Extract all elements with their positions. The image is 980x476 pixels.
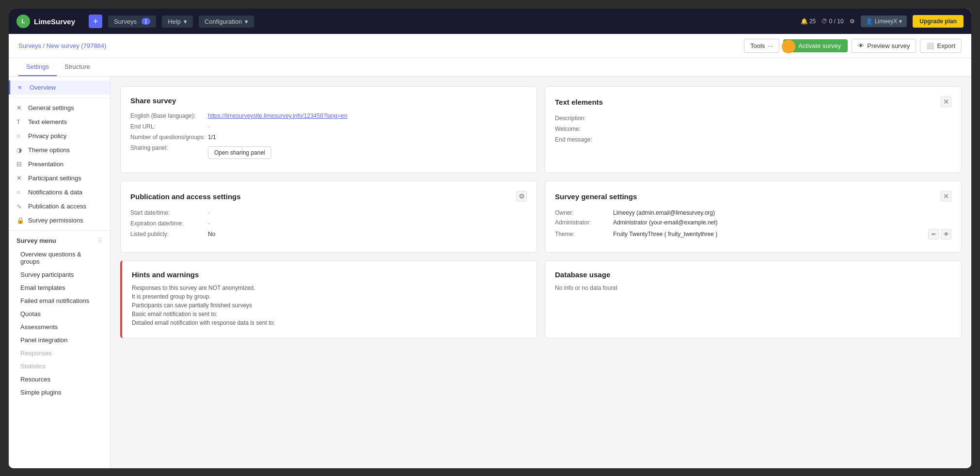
- publication-settings-icon[interactable]: ⚙: [516, 191, 527, 202]
- sidebar-item-text-elements[interactable]: T Text elements: [9, 115, 110, 129]
- user-arrow-icon: ▾: [899, 18, 902, 25]
- sidebar-item-publication-access[interactable]: ∿ Publication & access: [9, 199, 110, 213]
- survey-general-title: Survey general settings ✕: [555, 191, 951, 202]
- bell-icon: 🔔: [801, 18, 808, 25]
- sidebar-divider-1: [9, 97, 110, 98]
- pub-listed-row: Listed publicly: No: [130, 231, 527, 238]
- sgs-theme-label: Theme:: [555, 231, 613, 238]
- hint-item-4: Basic email notification is sent to:: [132, 311, 527, 317]
- tools-label: Tools: [750, 42, 765, 49]
- sidebar-presentation-label: Presentation: [28, 160, 63, 168]
- hints-warnings-card: Hints and warnings Responses to this sur…: [120, 260, 537, 338]
- overview-icon: ≡: [18, 84, 26, 91]
- user-label: LimeeyX: [875, 18, 898, 25]
- share-survey-questions-value: 1/1: [208, 134, 216, 141]
- tab-structure[interactable]: Structure: [57, 58, 98, 76]
- participant-settings-icon: ✕: [16, 175, 24, 182]
- share-survey-lang-url[interactable]: https://limesurveysite.limesurvey.info/1…: [208, 112, 348, 119]
- sidebar-overview-label: Overview: [30, 84, 56, 91]
- sidebar-item-survey-permissions[interactable]: 🔒 Survey permissions: [9, 213, 110, 227]
- sgs-theme-value: Fruity TwentyThree ( fruity_twentythree …: [613, 231, 924, 238]
- pub-listed-value: No: [208, 231, 215, 238]
- sidebar-item-overview-questions[interactable]: Overview questions & groups: [9, 248, 110, 268]
- sidebar-item-assessments[interactable]: Assessments: [9, 320, 110, 333]
- sidebar-item-notifications-data[interactable]: ○ Notifications & data: [9, 185, 110, 199]
- logo-icon: L: [16, 15, 30, 28]
- sgs-admin-row: Administrator: Administrator (your-email…: [555, 219, 951, 226]
- sidebar-item-theme-options[interactable]: ◑ Theme options: [9, 143, 110, 157]
- user-menu-button[interactable]: 👤 LimeeyX ▾: [861, 16, 907, 27]
- breadcrumb-surveys[interactable]: Surveys: [18, 42, 41, 49]
- tasks-button[interactable]: ⏱ 0 / 10: [822, 18, 843, 25]
- help-nav-label: Help: [168, 18, 181, 25]
- notifications-button[interactable]: 🔔 25: [801, 18, 816, 25]
- breadcrumb-separator: /: [43, 42, 45, 49]
- sidebar-item-resources[interactable]: Resources: [9, 373, 110, 386]
- text-el-end-label: End message:: [555, 136, 632, 143]
- activate-label: Activate survey: [798, 42, 841, 49]
- database-usage-card: Database usage No info or no data found: [545, 260, 962, 338]
- hint-item-3: Participants can save partially finished…: [132, 302, 527, 309]
- upgrade-plan-button[interactable]: Upgrade plan: [913, 15, 964, 28]
- user-avatar-icon: 👤: [866, 18, 873, 25]
- sidebar-notifications-data-label: Notifications & data: [28, 189, 82, 196]
- sidebar-general-settings-label: General settings: [28, 104, 74, 111]
- share-survey-lang-row: English (Base language): https://limesur…: [130, 112, 527, 119]
- sidebar-item-quotas[interactable]: Quotas: [9, 307, 110, 320]
- sidebar-item-privacy-policy[interactable]: ○ Privacy policy: [9, 129, 110, 143]
- configuration-nav-button[interactable]: Configuration ▾: [199, 16, 254, 28]
- sidebar-item-simple-plugins[interactable]: Simple plugins: [9, 386, 110, 399]
- sidebar-item-presentation[interactable]: ⊟ Presentation: [9, 157, 110, 171]
- share-survey-questions-row: Number of questions/groups: 1/1: [130, 134, 527, 141]
- sidebar-item-statistics: Statistics: [9, 360, 110, 373]
- text-el-welcome-label: Welcome:: [555, 126, 632, 132]
- publication-access-card: Publication and access settings ⚙ Start …: [120, 181, 537, 253]
- survey-general-close-button[interactable]: ✕: [941, 191, 951, 202]
- bottom-cards-row: Hints and warnings Responses to this sur…: [120, 260, 962, 338]
- sgs-theme-view-button[interactable]: 👁: [941, 229, 951, 239]
- surveys-nav-button[interactable]: Surveys 1: [108, 16, 156, 28]
- publication-access-title: Publication and access settings ⚙: [130, 191, 527, 202]
- theme-options-icon: ◑: [16, 146, 24, 154]
- preview-survey-button[interactable]: 👁 Preview survey: [852, 39, 916, 53]
- hint-item-5: Detailed email notification with respons…: [132, 319, 527, 326]
- middle-cards-row: Publication and access settings ⚙ Start …: [120, 181, 962, 253]
- tasks-icon: ⏱: [822, 18, 827, 25]
- pub-start-value: -: [208, 209, 210, 216]
- preview-icon: 👁: [858, 42, 864, 49]
- sidebar-item-survey-participants[interactable]: Survey participants: [9, 268, 110, 281]
- sgs-theme-edit-button[interactable]: ✏: [928, 229, 939, 239]
- sidebar-item-email-templates[interactable]: Email templates: [9, 281, 110, 294]
- sidebar-item-failed-email[interactable]: Failed email notifications: [9, 294, 110, 307]
- sidebar-item-panel-integration[interactable]: Panel integration: [9, 333, 110, 347]
- toolbar: Tools ··· ✓ Activate survey 👁 Preview su…: [744, 39, 962, 53]
- open-sharing-panel-button[interactable]: Open sharing panel: [208, 146, 271, 159]
- sidebar-item-general-settings[interactable]: ✕ General settings: [9, 101, 110, 115]
- text-elements-sidebar-icon: T: [16, 118, 24, 126]
- export-button[interactable]: ⬜ Export: [920, 39, 962, 53]
- survey-menu-label: Survey menu: [16, 237, 56, 244]
- export-icon: ⬜: [926, 42, 934, 49]
- top-navigation: L LimeSurvey + Surveys 1 Help ▾ Configur…: [9, 9, 971, 34]
- add-button[interactable]: +: [89, 15, 102, 28]
- text-elements-title: Text elements ✕: [555, 96, 951, 107]
- share-survey-end-url-row: End URL: -: [130, 123, 527, 130]
- tools-button[interactable]: Tools ···: [744, 39, 779, 53]
- sidebar-item-overview[interactable]: ≡ Overview: [9, 80, 110, 95]
- drag-handle-icon: ⠿: [98, 238, 102, 244]
- sidebar-participant-settings-label: Participant settings: [28, 175, 81, 182]
- database-usage-title: Database usage: [555, 270, 951, 279]
- settings-button[interactable]: ⚙: [850, 18, 855, 25]
- sgs-admin-value: Administrator (your-email@example.net): [613, 219, 951, 226]
- sidebar-publication-access-label: Publication & access: [28, 203, 86, 210]
- sgs-owner-row: Owner: Limeeyy (admin.email@limesurvey.o…: [555, 209, 951, 216]
- text-elements-close-button[interactable]: ✕: [941, 96, 951, 107]
- tabs-bar: Settings Structure: [9, 58, 971, 77]
- tab-settings[interactable]: Settings: [18, 58, 57, 76]
- survey-general-settings-card: Survey general settings ✕ Owner: Limeeyy…: [545, 181, 962, 253]
- sgs-theme-row: Theme: Fruity TwentyThree ( fruity_twent…: [555, 229, 951, 239]
- help-nav-button[interactable]: Help ▾: [162, 16, 193, 28]
- sidebar-item-participant-settings[interactable]: ✕ Participant settings: [9, 171, 110, 185]
- nav-right-area: 🔔 25 ⏱ 0 / 10 ⚙ 👤 LimeeyX ▾ Upgrade plan: [801, 15, 964, 28]
- sgs-theme-actions: ✏ 👁: [928, 229, 951, 239]
